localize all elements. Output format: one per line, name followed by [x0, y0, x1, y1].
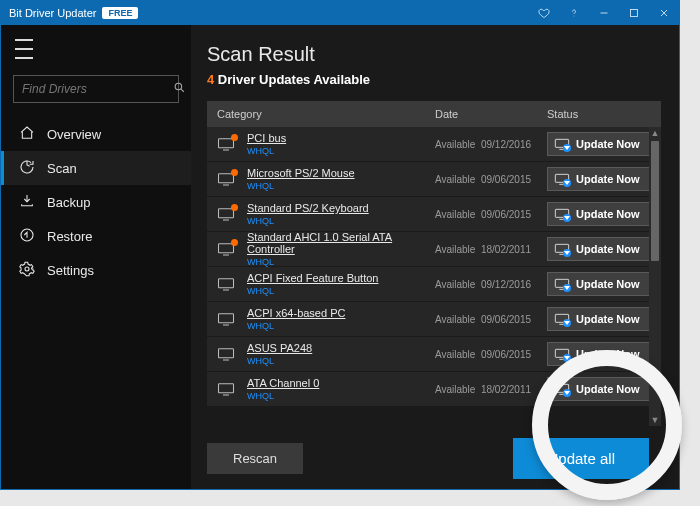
svg-rect-33 [219, 349, 234, 358]
search-input[interactable] [22, 82, 173, 96]
vertical-scrollbar[interactable]: ▲ ▼ [649, 127, 661, 426]
svg-rect-2 [631, 10, 638, 17]
driver-date: Available 09/12/2016 [435, 279, 547, 290]
maximize-icon[interactable] [619, 1, 649, 25]
driver-name[interactable]: PCI bus [247, 132, 435, 145]
driver-date: Available 18/02/2011 [435, 244, 547, 255]
device-icon [217, 347, 247, 361]
whql-label: WHQL [247, 181, 435, 191]
scroll-thumb[interactable] [651, 141, 659, 261]
nav-icon [19, 193, 35, 212]
device-icon [217, 207, 247, 221]
sidebar-item-overview[interactable]: Overview [1, 117, 191, 151]
svg-line-6 [181, 89, 184, 92]
monitor-download-icon [554, 242, 570, 256]
whql-label: WHQL [247, 257, 435, 267]
monitor-download-icon [554, 172, 570, 186]
svg-rect-37 [219, 384, 234, 393]
sidebar-item-restore[interactable]: Restore [1, 219, 191, 253]
update-now-button[interactable]: Update Now [547, 272, 651, 296]
rescan-button[interactable]: Rescan [207, 443, 303, 474]
driver-date: Available 09/06/2015 [435, 349, 547, 360]
nav-icon [19, 261, 35, 280]
heart-icon[interactable] [529, 1, 559, 25]
monitor-download-icon [554, 312, 570, 326]
nav-icon [19, 125, 35, 144]
table-row: ACPI x64-based PCWHQLAvailable 09/06/201… [207, 302, 661, 337]
driver-name[interactable]: ATA Channel 0 [247, 377, 435, 390]
driver-date: Available 09/06/2015 [435, 209, 547, 220]
sidebar-item-label: Settings [47, 263, 94, 278]
app-name: Bit Driver Updater [9, 7, 96, 19]
col-date: Date [435, 108, 547, 120]
whql-label: WHQL [247, 216, 435, 226]
main-panel: Scan Result 4 Driver Updates Available C… [191, 25, 679, 489]
device-icon [217, 242, 247, 256]
scroll-down-icon[interactable]: ▼ [651, 414, 660, 426]
table-row: Standard AHCI 1.0 Serial ATA ControllerW… [207, 232, 661, 267]
update-now-label: Update Now [576, 383, 640, 395]
update-now-button[interactable]: Update Now [547, 237, 651, 261]
driver-name[interactable]: ACPI x64-based PC [247, 307, 435, 320]
update-all-button[interactable]: Update all [513, 438, 649, 479]
updates-suffix: Driver Updates Available [218, 72, 370, 87]
driver-name[interactable]: ASUS PA248 [247, 342, 435, 355]
sidebar-item-backup[interactable]: Backup [1, 185, 191, 219]
table-row: PCI busWHQLAvailable 09/12/2016Update No… [207, 127, 661, 162]
scroll-up-icon[interactable]: ▲ [651, 127, 660, 139]
driver-name[interactable]: Microsoft PS/2 Mouse [247, 167, 435, 180]
device-icon [217, 137, 247, 151]
svg-rect-29 [219, 314, 234, 323]
close-icon[interactable] [649, 1, 679, 25]
update-now-button[interactable]: Update Now [547, 132, 651, 156]
monitor-download-icon [554, 207, 570, 221]
whql-label: WHQL [247, 356, 435, 366]
driver-date: Available 18/02/2011 [435, 384, 547, 395]
table-row: ACPI Fixed Feature ButtonWHQLAvailable 0… [207, 267, 661, 302]
hamburger-icon[interactable] [15, 39, 39, 59]
whql-label: WHQL [247, 146, 435, 156]
monitor-download-icon [554, 382, 570, 396]
sidebar-item-settings[interactable]: Settings [1, 253, 191, 287]
update-now-button[interactable]: Update Now [547, 202, 651, 226]
svg-rect-25 [219, 279, 234, 288]
monitor-download-icon [554, 137, 570, 151]
update-now-label: Update Now [576, 278, 640, 290]
update-now-button[interactable]: Update Now [547, 377, 651, 401]
driver-name[interactable]: Standard PS/2 Keyboard [247, 202, 435, 215]
minimize-icon[interactable] [589, 1, 619, 25]
nav-icon [19, 227, 35, 246]
sidebar-item-scan[interactable]: Scan [1, 151, 191, 185]
svg-point-5 [175, 83, 182, 90]
sidebar-item-label: Overview [47, 127, 101, 142]
driver-date: Available 09/06/2015 [435, 174, 547, 185]
sidebar-item-label: Backup [47, 195, 90, 210]
table-row: ASUS PA248WHQLAvailable 09/06/2015Update… [207, 337, 661, 372]
search-icon[interactable] [173, 80, 186, 98]
driver-table: Category Date Status PCI busWHQLAvailabl… [207, 101, 661, 426]
device-icon [217, 312, 247, 326]
whql-label: WHQL [247, 391, 435, 401]
update-now-label: Update Now [576, 208, 640, 220]
col-category: Category [217, 108, 435, 120]
update-now-label: Update Now [576, 313, 640, 325]
update-now-button[interactable]: Update Now [547, 342, 651, 366]
update-now-button[interactable]: Update Now [547, 167, 651, 191]
driver-date: Available 09/12/2016 [435, 139, 547, 150]
table-row: Standard PS/2 KeyboardWHQLAvailable 09/0… [207, 197, 661, 232]
search-box[interactable] [13, 75, 179, 103]
sidebar: OverviewScanBackupRestoreSettings [1, 25, 191, 489]
updates-count: 4 [207, 72, 214, 87]
update-now-button[interactable]: Update Now [547, 307, 651, 331]
driver-name[interactable]: ACPI Fixed Feature Button [247, 272, 435, 285]
sidebar-item-label: Restore [47, 229, 93, 244]
table-header: Category Date Status [207, 101, 661, 127]
monitor-download-icon [554, 347, 570, 361]
col-status: Status [547, 108, 661, 120]
driver-name[interactable]: Standard AHCI 1.0 Serial ATA Controller [247, 231, 435, 256]
page-title: Scan Result [207, 43, 661, 66]
whql-label: WHQL [247, 321, 435, 331]
monitor-download-icon [554, 277, 570, 291]
updates-available-text: 4 Driver Updates Available [207, 72, 661, 87]
help-icon[interactable] [559, 1, 589, 25]
